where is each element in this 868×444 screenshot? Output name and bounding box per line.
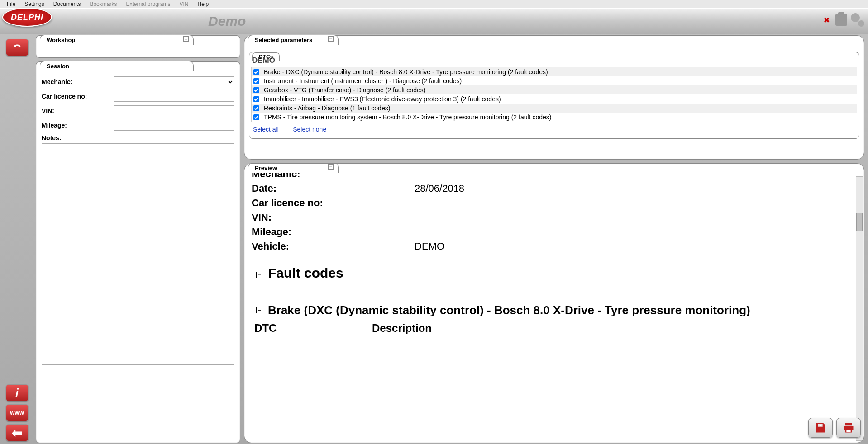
preview-date-value: 28/06/2018 — [415, 183, 464, 194]
preview-vehicle-value: DEMO — [415, 241, 444, 252]
dtc-row-text: Restraints - Airbag - Diagnose (1 fault … — [264, 104, 390, 112]
www-button[interactable]: WWW — [6, 404, 29, 421]
print-button[interactable] — [836, 418, 861, 438]
fault-section-text: Brake (DXC (Dynamic stability control) -… — [268, 303, 857, 317]
preview-scrollbar-thumb[interactable] — [856, 213, 863, 231]
session-panel-title: Session — [40, 61, 194, 71]
phone-icon — [11, 43, 23, 52]
left-rail: i WWW ⬅ — [0, 34, 34, 444]
dtc-row-text: Instrument - Instrument (Instrument clus… — [264, 77, 462, 85]
mechanic-select[interactable] — [114, 76, 234, 87]
preview-mileage-label: Mileage: — [252, 226, 415, 238]
fault-codes-text: Fault codes — [268, 265, 343, 281]
menu-vin[interactable]: VIN — [175, 0, 193, 8]
link-separator: | — [285, 126, 287, 133]
dtc-row[interactable]: Immobiliser - Immobiliser - EWS3 (Electr… — [252, 94, 857, 104]
selected-parameters-title: Selected parameters − — [248, 35, 339, 45]
save-icon — [814, 421, 827, 434]
svg-rect-1 — [846, 430, 850, 432]
preview-divider — [252, 259, 857, 259]
workshop-panel-title: Workshop + — [40, 35, 194, 45]
licence-label: Car licence no: — [42, 93, 114, 100]
dtc-row-text: Gearbox - VTG (Transfer case) - Diagnose… — [264, 86, 425, 94]
preview-label: Preview — [255, 165, 277, 171]
back-arrow-icon: ⬅ — [12, 425, 22, 440]
gear-icon[interactable] — [851, 13, 864, 27]
session-panel: Session Mechanic: Car licence no: VIN: M… — [36, 61, 240, 443]
dtc-row-text: Immobiliser - Immobiliser - EWS3 (Electr… — [264, 95, 501, 103]
info-icon: i — [15, 387, 19, 399]
svg-rect-0 — [820, 425, 821, 426]
menu-external-programs[interactable]: External programs — [121, 0, 175, 8]
selected-parameters-panel: Selected parameters − DTCs DEMO Brake - … — [244, 35, 864, 160]
notes-textarea[interactable] — [42, 143, 234, 365]
licence-input[interactable] — [114, 91, 234, 102]
workshop-label: Workshop — [47, 37, 75, 43]
params-collapse-icon[interactable]: − — [328, 36, 334, 42]
fault-codes-heading: − Fault codes — [256, 265, 857, 281]
header-band: DELPHI Demo ✖ — [0, 8, 868, 34]
vin-input[interactable] — [114, 105, 234, 116]
info-button[interactable]: i — [6, 384, 29, 401]
dtc-checkbox[interactable] — [253, 78, 259, 84]
dtc-table-header: DTC Description — [254, 322, 857, 335]
dtc-list: Brake - DXC (Dynamic stability control) … — [251, 67, 857, 122]
fault-codes-collapse-icon[interactable]: − — [256, 272, 262, 278]
select-none-link[interactable]: Select none — [293, 126, 326, 133]
dtc-row-text: Brake - DXC (Dynamic stability control) … — [264, 68, 548, 76]
dtc-checkbox[interactable] — [253, 114, 259, 120]
dtc-checkbox[interactable] — [253, 96, 259, 102]
dtc-checkbox[interactable] — [253, 105, 259, 111]
dtc-row[interactable]: Brake - DXC (Dynamic stability control) … — [252, 67, 857, 76]
dtc-row[interactable]: Gearbox - VTG (Transfer case) - Diagnose… — [252, 85, 857, 94]
preview-panel: Preview − Mechanic: Date:28/06/2018 Car … — [244, 163, 864, 443]
fault-section-collapse-icon[interactable]: − — [256, 307, 262, 313]
mileage-input[interactable] — [114, 120, 234, 131]
www-icon: WWW — [10, 410, 24, 416]
select-all-link[interactable]: Select all — [253, 126, 279, 133]
mechanic-label: Mechanic: — [42, 78, 114, 85]
menu-file[interactable]: File — [2, 0, 20, 8]
menubar: File Settings Documents Bookmarks Extern… — [0, 0, 868, 8]
close-icon[interactable]: ✖ — [824, 16, 832, 24]
preview-date-label: Date: — [252, 183, 415, 194]
phone-button[interactable] — [6, 39, 29, 56]
menu-settings[interactable]: Settings — [20, 0, 48, 8]
menu-bookmarks[interactable]: Bookmarks — [85, 0, 121, 8]
dtc-checkbox[interactable] — [253, 69, 259, 75]
brand-logo: DELPHI — [2, 8, 52, 30]
preview-scrollbar[interactable] — [856, 176, 863, 441]
preview-licence-label: Car licence no: — [252, 197, 415, 209]
save-button[interactable] — [808, 418, 833, 438]
dtc-row-text: TPMS - Tire pressure monitoring system -… — [264, 113, 551, 121]
delphi-logo-icon: DELPHI — [2, 8, 52, 27]
print-icon — [842, 421, 855, 434]
dtc-row[interactable]: Instrument - Instrument (Instrument clus… — [252, 76, 857, 85]
selected-parameters-label: Selected parameters — [255, 37, 312, 43]
description-column-header: Description — [372, 322, 432, 335]
dtc-column-header: DTC — [254, 322, 372, 335]
preview-collapse-icon[interactable]: − — [328, 164, 334, 170]
dtc-checkbox[interactable] — [253, 87, 259, 93]
vin-label: VIN: — [42, 107, 114, 114]
dtc-row[interactable]: TPMS - Tire pressure monitoring system -… — [252, 113, 857, 122]
mileage-label: Mileage: — [42, 122, 114, 129]
dtc-row[interactable]: Restraints - Airbag - Diagnose (1 fault … — [252, 104, 857, 113]
preview-panel-title: Preview − — [248, 163, 339, 173]
menu-documents[interactable]: Documents — [49, 0, 86, 8]
preview-body[interactable]: Mechanic: Date:28/06/2018 Car licence no… — [244, 164, 864, 432]
preview-vin-label: VIN: — [252, 212, 415, 223]
workshop-panel: Workshop + — [36, 35, 240, 58]
dtcs-box: DTCs DEMO Brake - DXC (Dynamic stability… — [249, 52, 859, 139]
menu-help[interactable]: Help — [193, 0, 214, 8]
dtcs-demo-heading: DEMO — [251, 54, 857, 67]
workshop-expand-icon[interactable]: + — [183, 36, 189, 42]
notes-label: Notes: — [42, 134, 114, 142]
preview-vehicle-label: Vehicle: — [252, 241, 415, 252]
fault-section-heading: − Brake (DXC (Dynamic stability control)… — [256, 303, 857, 317]
app-title: Demo — [208, 14, 246, 29]
clipboard-icon[interactable] — [835, 14, 847, 26]
back-button[interactable]: ⬅ — [6, 424, 29, 441]
session-label: Session — [47, 63, 69, 70]
